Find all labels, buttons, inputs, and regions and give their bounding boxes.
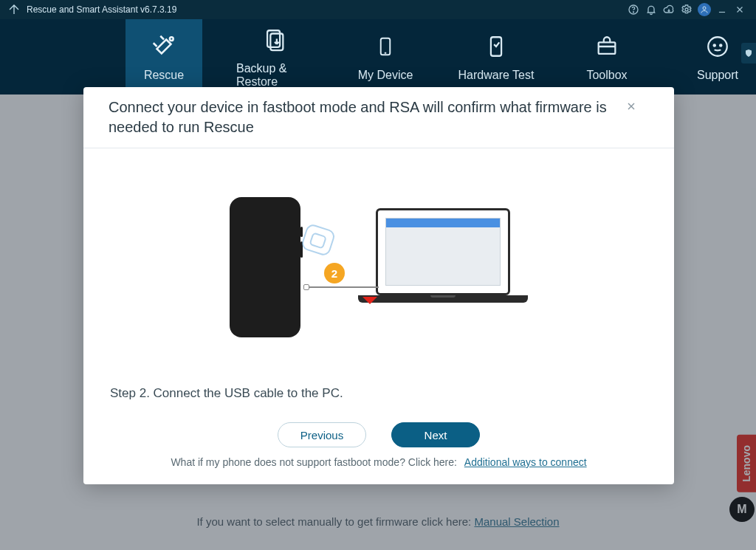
nav-hardware-test[interactable]: Hardware Test — [458, 19, 535, 94]
modal-footer: Previous Next What if my phone does not … — [83, 422, 674, 484]
app-logo-icon — [7, 3, 21, 16]
bell-icon[interactable] — [642, 1, 660, 18]
hardware-test-icon — [481, 32, 511, 61]
nav-label: Hardware Test — [458, 69, 535, 82]
cloud-download-icon[interactable] — [660, 1, 678, 18]
fastboot-connect-modal: Connect your device in fastboot mode and… — [83, 87, 674, 484]
support-icon — [703, 32, 732, 61]
nav-my-device[interactable]: My Device — [347, 19, 424, 94]
close-window-icon[interactable] — [731, 1, 749, 18]
svg-point-7 — [170, 37, 173, 41]
device-icon — [371, 32, 400, 61]
svg-point-15 — [714, 44, 715, 46]
modal-title: Connect your device in fastboot mode and… — [109, 97, 615, 137]
modal-header: Connect your device in fastboot mode and… — [83, 87, 674, 148]
wrench-icon — [149, 32, 179, 61]
nav-label: My Device — [358, 69, 413, 82]
settings-icon[interactable] — [678, 1, 695, 18]
backup-icon — [260, 25, 289, 55]
nav-label: Support — [697, 69, 738, 82]
toolbox-icon — [592, 32, 622, 61]
previous-button[interactable]: Previous — [278, 422, 366, 447]
additional-ways-link[interactable]: Additional ways to connect — [464, 456, 587, 468]
connect-illustration: 2 — [110, 175, 647, 360]
svg-point-3 — [703, 7, 706, 10]
step-number-badge: 2 — [324, 263, 345, 283]
titlebar: Rescue and Smart Assistant v6.7.3.19 — [0, 0, 756, 19]
phone-icon — [230, 197, 300, 337]
laptop-icon: 2 — [358, 208, 528, 326]
nav-label: Backup & Restore — [236, 62, 313, 89]
fastboot-hint: What if my phone does not support fastbo… — [171, 456, 586, 468]
main-nav: Rescue Backup & Restore My Device Hardwa… — [0, 19, 756, 94]
svg-point-1 — [633, 12, 633, 13]
modal-body: 2 Step 2. Connect the USB cable to the P… — [83, 148, 674, 422]
svg-point-16 — [720, 44, 721, 46]
nav-rescue[interactable]: Rescue — [126, 19, 202, 94]
nav-backup-restore[interactable]: Backup & Restore — [236, 19, 313, 94]
close-icon[interactable] — [624, 97, 639, 115]
next-button[interactable]: Next — [391, 422, 480, 447]
minimize-icon[interactable] — [713, 1, 731, 18]
svg-point-14 — [708, 37, 727, 56]
step-instruction: Step 2. Connect the USB cable to the PC. — [110, 386, 343, 401]
user-avatar[interactable] — [695, 1, 713, 18]
arrow-down-icon — [362, 297, 377, 304]
help-icon[interactable] — [625, 1, 642, 18]
usb-cable-icon — [308, 286, 379, 288]
nav-label: Rescue — [144, 69, 184, 82]
shield-icon[interactable] — [741, 43, 756, 63]
app-title: Rescue and Smart Assistant v6.7.3.19 — [27, 4, 176, 15]
svg-rect-13 — [599, 42, 616, 54]
nav-toolbox[interactable]: Toolbox — [568, 19, 645, 94]
hint-text: What if my phone does not support fastbo… — [171, 456, 457, 468]
svg-point-2 — [685, 8, 688, 11]
vibration-icon — [300, 223, 336, 258]
usb-plug-icon — [303, 284, 309, 290]
nav-label: Toolbox — [586, 69, 627, 82]
